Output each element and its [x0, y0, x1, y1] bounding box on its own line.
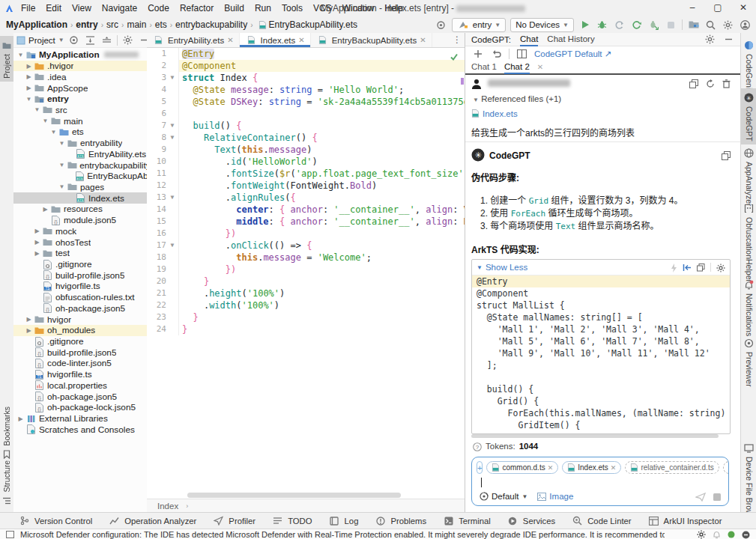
chat-session-tab-2[interactable]: Chat 2	[504, 60, 530, 74]
breadcrumb-file[interactable]: EntryBackupAbility.ets	[269, 19, 358, 30]
editor-tab-Index.ets[interactable]: Index.ets✕	[240, 33, 311, 47]
tree-item-entryability[interactable]: ▼entryability	[13, 138, 147, 149]
context-chip-Index.ets[interactable]: Index.ets✕	[562, 461, 621, 474]
tree-item-oh-package-lock.json5[interactable]: {}oh-package-lock.json5	[13, 402, 147, 413]
menu-code[interactable]: Code	[142, 0, 175, 16]
tool-window-button-services[interactable]: Services	[506, 514, 555, 527]
tree-item-ets[interactable]: ▼ets	[13, 127, 147, 138]
status-message[interactable]: Microsoft Defender configuration: The ID…	[20, 530, 665, 539]
device-selector[interactable]: No Devices▼	[510, 18, 574, 32]
fold-toggle-icon[interactable]: ▼	[166, 192, 178, 204]
device-manager-button[interactable]	[687, 19, 700, 31]
tree-collapsed-chevron-icon[interactable]: ▶	[33, 250, 41, 257]
notifications-muted-icon[interactable]	[713, 529, 721, 539]
tree-item-EntryAbility.ets[interactable]: ETSEntryAbility.ets	[13, 148, 147, 159]
referenced-file-link[interactable]: Index.ets	[471, 109, 518, 118]
fold-toggle-icon[interactable]: ▼	[166, 132, 178, 144]
tree-expanded-chevron-icon[interactable]: ▼	[49, 129, 58, 135]
tree-item-.hvigor[interactable]: ▶.hvigor	[13, 61, 147, 72]
panel-settings-icon[interactable]	[704, 33, 716, 46]
project-panel-title[interactable]: Project	[28, 36, 55, 45]
tree-item-hvigorfile.ts[interactable]: TShvigorfile.ts	[13, 281, 147, 292]
remove-chip-icon[interactable]: ✕	[548, 464, 554, 472]
settings-button[interactable]	[722, 19, 734, 31]
hide-panel-icon[interactable]	[722, 33, 735, 46]
tool-stripe-obfuscationhelper[interactable]: ObfuscationHelper	[741, 199, 756, 285]
new-chat-button[interactable]	[471, 48, 484, 61]
scrollbar-change-marker[interactable]	[461, 78, 464, 85]
tree-collapsed-chevron-icon[interactable]: ▶	[41, 206, 49, 213]
remove-chip-icon[interactable]: ✕	[611, 464, 617, 472]
code-block-scrollbar[interactable]	[471, 434, 719, 438]
context-chip-relative_container.d.ts[interactable]: relative_container.d.ts	[625, 461, 719, 474]
tree-item-local.properties[interactable]: local.properties	[13, 380, 147, 392]
tool-stripe-previewer[interactable]: Previewer	[741, 334, 756, 390]
tree-expanded-chevron-icon[interactable]: ▼	[16, 52, 25, 58]
rerun-button[interactable]	[630, 19, 643, 31]
status-ok-indicator[interactable]	[728, 529, 735, 539]
copy-response-icon[interactable]	[722, 150, 731, 160]
tool-window-button-version-control[interactable]: Version Control	[18, 514, 92, 527]
tree-expanded-chevron-icon[interactable]: ▼	[58, 183, 66, 190]
tree-collapsed-chevron-icon[interactable]: ▶	[25, 327, 33, 334]
codegpt-tab-chat[interactable]: Chat	[520, 33, 538, 46]
send-icon[interactable]	[695, 491, 706, 502]
breadcrumb-item[interactable]: entrybackupability	[175, 19, 247, 30]
copy-icon[interactable]	[689, 78, 698, 88]
close-tab-icon[interactable]: ✕	[298, 36, 304, 44]
tree-expanded-chevron-icon[interactable]: ▼	[58, 162, 66, 168]
tool-window-button-profiler[interactable]: Profiler	[212, 514, 255, 527]
add-context-button[interactable]: +	[477, 461, 483, 474]
tree-item-ScratchesandConsoles[interactable]: Scratches and Consoles	[13, 424, 147, 435]
tree-item-ExternalLibraries[interactable]: ▶External Libraries	[13, 413, 147, 424]
chevron-down-icon[interactable]: ▼	[58, 37, 64, 43]
tree-item-Index.ets[interactable]: ETSIndex.ets	[13, 192, 147, 204]
select-opened-file-button[interactable]	[67, 34, 80, 46]
window-icon[interactable]	[6, 529, 14, 539]
model-selector[interactable]: Default ▼	[480, 492, 527, 502]
tool-window-button-log[interactable]: Log	[328, 514, 359, 527]
tool-stripe-structure[interactable]: Structure	[0, 457, 13, 511]
menu-build[interactable]: Build	[219, 0, 250, 16]
reset-chat-button[interactable]	[490, 48, 503, 61]
code-block-content[interactable]: @Entry@Componentstruct MallList { @State…	[472, 275, 730, 431]
menu-tools[interactable]: Tools	[276, 0, 308, 16]
tree-item-mock[interactable]: ▶mock	[13, 226, 147, 237]
codegpt-default-link[interactable]: CodeGPT Default ↗	[534, 49, 611, 59]
maximize-button[interactable]: ▢	[705, 0, 731, 16]
tree-expanded-chevron-icon[interactable]: ▼	[33, 106, 41, 113]
referenced-files-toggle[interactable]: ▼ Referenced files (+1)	[473, 94, 561, 103]
menu-navigate[interactable]: Navigate	[97, 0, 142, 16]
tree-item-obfuscation-rules.txt[interactable]: obfuscation-rules.txt	[13, 292, 147, 303]
show-less-link[interactable]: Show Less	[486, 263, 527, 272]
debug-button[interactable]	[596, 19, 608, 31]
close-tab-icon[interactable]: ✕	[227, 36, 233, 44]
editor-tab-EntryBackupAbility.ets[interactable]: EntryBackupAbility.ets✕	[311, 33, 432, 47]
tree-item-MyApplication[interactable]: ▼MyApplication	[13, 49, 147, 61]
split-view-button[interactable]	[515, 48, 528, 61]
tool-stripe-notifications[interactable]: Notifications	[741, 275, 756, 339]
editor-breadcrumb-item[interactable]: Index	[157, 502, 178, 511]
tree-expanded-chevron-icon[interactable]: ▼	[58, 140, 66, 147]
tree-expanded-chevron-icon[interactable]: ▼	[41, 118, 49, 124]
tool-stripe-project[interactable]: Project	[0, 36, 13, 82]
tree-collapsed-chevron-icon[interactable]: ▶	[25, 73, 33, 80]
tree-item-resources[interactable]: ▶resources	[13, 204, 147, 215]
breadcrumb-item[interactable]: MyApplication	[6, 19, 67, 30]
insert-at-caret-icon[interactable]	[683, 262, 692, 272]
chat-session-tab-1[interactable]: Chat 1	[471, 60, 497, 74]
tree-expanded-chevron-icon[interactable]: ▼	[25, 96, 33, 103]
run-with-coverage-button[interactable]	[613, 19, 626, 31]
tree-item-.gitignore[interactable]: .gitignore	[13, 336, 147, 347]
close-tab-icon[interactable]: ✕	[420, 36, 426, 44]
stop-icon[interactable]	[713, 491, 721, 502]
tool-window-button-arkui-inspector[interactable]: ArkUI Inspector	[647, 514, 722, 527]
tree-item-EntryBackupAbili[interactable]: ETSEntryBackupAbili	[13, 171, 147, 182]
collapse-all-button[interactable]	[100, 34, 113, 46]
attach-image-button[interactable]: Image	[537, 492, 573, 501]
tool-window-button-todo[interactable]: TODO	[271, 514, 312, 527]
context-chip-common.d.ts[interactable]: common.d.ts✕	[486, 461, 558, 474]
project-options-button[interactable]	[121, 34, 134, 46]
fold-toggle-icon[interactable]: ▼	[166, 72, 178, 84]
minimize-button[interactable]: –	[680, 0, 705, 16]
